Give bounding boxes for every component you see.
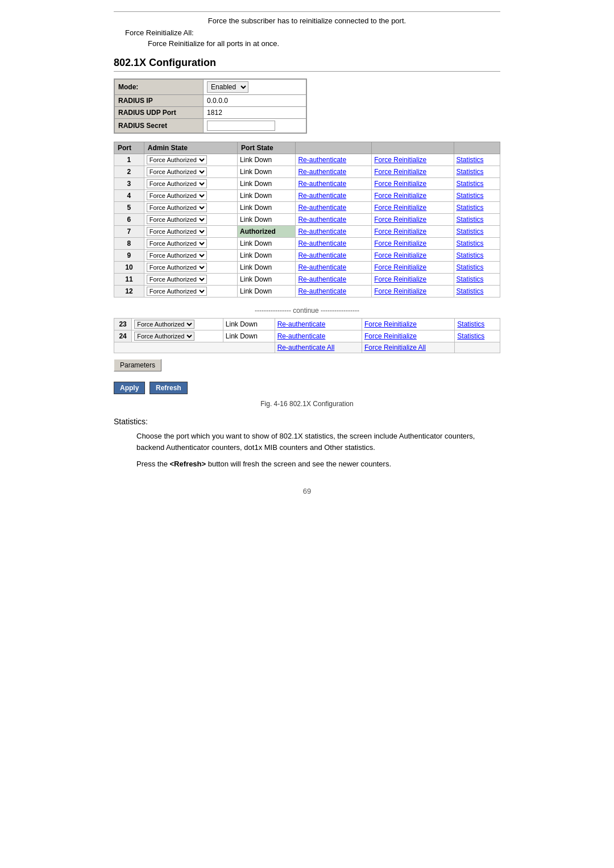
reauthenticate-cell[interactable]: Re-authenticate [275, 330, 362, 342]
force-reinit-cell[interactable]: Force Reinitialize [372, 166, 454, 178]
force-reinit-link[interactable]: Force Reinitialize [374, 228, 426, 235]
admin-state-cell[interactable]: Force Authorized [144, 286, 237, 297]
statistics-cell[interactable]: Statistics [455, 330, 500, 342]
statistics-link[interactable]: Statistics [457, 275, 484, 283]
admin-state-select[interactable]: Force Authorized [147, 155, 207, 164]
force-reinit-link[interactable]: Force Reinitialize [364, 332, 417, 340]
reauthenticate-all-cell[interactable]: Re-authenticate All [275, 342, 362, 353]
reauthenticate-cell[interactable]: Re-authenticate [296, 226, 372, 238]
admin-state-cell[interactable]: Force Authorized [144, 154, 237, 166]
admin-state-select[interactable]: Force Authorized [147, 287, 207, 296]
statistics-link[interactable]: Statistics [457, 251, 484, 259]
mode-select[interactable]: Enabled Disabled [207, 81, 248, 93]
statistics-link[interactable]: Statistics [457, 168, 484, 176]
statistics-link[interactable]: Statistics [457, 156, 484, 164]
statistics-cell[interactable]: Statistics [454, 238, 500, 250]
admin-state-cell[interactable]: Force Authorized [132, 330, 223, 342]
admin-state-cell[interactable]: Force Authorized [144, 262, 237, 274]
force-reinit-all-link[interactable]: Force Reinitialize All [364, 344, 426, 352]
reauthenticate-link[interactable]: Re-authenticate [298, 192, 346, 200]
mode-value[interactable]: Enabled Disabled [204, 80, 306, 95]
statistics-cell[interactable]: Statistics [454, 262, 500, 274]
force-reinit-cell[interactable]: Force Reinitialize [372, 154, 454, 166]
reauthenticate-link[interactable]: Re-authenticate [277, 320, 326, 328]
admin-state-cell[interactable]: Force Authorized [144, 250, 237, 262]
force-reinit-link[interactable]: Force Reinitialize [374, 180, 426, 188]
statistics-link[interactable]: Statistics [457, 180, 484, 188]
reauthenticate-link[interactable]: Re-authenticate [298, 275, 346, 283]
statistics-link[interactable]: Statistics [457, 204, 484, 212]
force-reinit-link[interactable]: Force Reinitialize [374, 275, 426, 283]
force-reinit-all-cell[interactable]: Force Reinitialize All [362, 342, 454, 353]
statistics-link[interactable]: Statistics [457, 239, 484, 247]
statistics-link[interactable]: Statistics [457, 287, 484, 295]
statistics-link[interactable]: Statistics [457, 332, 484, 340]
force-reinit-cell[interactable]: Force Reinitialize [372, 274, 454, 286]
reauthenticate-link[interactable]: Re-authenticate [298, 180, 346, 188]
reauthenticate-link[interactable]: Re-authenticate [298, 216, 346, 224]
admin-state-cell[interactable]: Force Authorized [144, 178, 237, 190]
statistics-link[interactable]: Statistics [457, 192, 484, 200]
reauthenticate-link[interactable]: Re-authenticate [298, 287, 346, 295]
admin-state-select[interactable]: Force Authorized [134, 320, 194, 329]
admin-state-select[interactable]: Force Authorized [147, 191, 207, 200]
force-reinit-cell[interactable]: Force Reinitialize [362, 330, 454, 342]
reauthenticate-cell[interactable]: Re-authenticate [296, 166, 372, 178]
refresh-button[interactable]: Refresh [150, 382, 188, 394]
statistics-link[interactable]: Statistics [457, 320, 484, 328]
force-reinit-link[interactable]: Force Reinitialize [374, 156, 426, 164]
statistics-cell[interactable]: Statistics [455, 319, 500, 330]
reauthenticate-link[interactable]: Re-authenticate [298, 156, 346, 164]
statistics-cell[interactable]: Statistics [454, 166, 500, 178]
reauthenticate-link[interactable]: Re-authenticate [298, 239, 346, 247]
force-reinit-cell[interactable]: Force Reinitialize [372, 214, 454, 226]
force-reinit-link[interactable]: Force Reinitialize [374, 287, 426, 295]
admin-state-select[interactable]: Force Authorized [147, 251, 207, 260]
statistics-cell[interactable]: Statistics [454, 190, 500, 202]
admin-state-cell[interactable]: Force Authorized [144, 238, 237, 250]
reauthenticate-cell[interactable]: Re-authenticate [296, 250, 372, 262]
reauthenticate-cell[interactable]: Re-authenticate [296, 238, 372, 250]
statistics-cell[interactable]: Statistics [454, 178, 500, 190]
admin-state-select[interactable]: Force Authorized [147, 275, 207, 284]
reauthenticate-cell[interactable]: Re-authenticate [296, 286, 372, 297]
parameters-button[interactable]: Parameters [114, 359, 161, 371]
reauthenticate-link[interactable]: Re-authenticate [298, 228, 346, 235]
reauthenticate-cell[interactable]: Re-authenticate [296, 202, 372, 214]
admin-state-select[interactable]: Force Authorized [147, 239, 207, 248]
force-reinit-cell[interactable]: Force Reinitialize [372, 202, 454, 214]
admin-state-cell[interactable]: Force Authorized [144, 202, 237, 214]
admin-state-cell[interactable]: Force Authorized [132, 319, 223, 330]
reauthenticate-link[interactable]: Re-authenticate [298, 204, 346, 212]
force-reinit-link[interactable]: Force Reinitialize [374, 216, 426, 224]
admin-state-select[interactable]: Force Authorized [134, 332, 194, 341]
statistics-link[interactable]: Statistics [457, 263, 484, 271]
force-reinit-link[interactable]: Force Reinitialize [374, 168, 426, 176]
reauthenticate-cell[interactable]: Re-authenticate [296, 214, 372, 226]
admin-state-cell[interactable]: Force Authorized [144, 274, 237, 286]
force-reinit-link[interactable]: Force Reinitialize [374, 263, 426, 271]
force-reinit-link[interactable]: Force Reinitialize [364, 320, 417, 328]
statistics-cell[interactable]: Statistics [454, 286, 500, 297]
reauthenticate-cell[interactable]: Re-authenticate [296, 274, 372, 286]
force-reinit-cell[interactable]: Force Reinitialize [362, 319, 454, 330]
statistics-cell[interactable]: Statistics [454, 250, 500, 262]
admin-state-cell[interactable]: Force Authorized [144, 190, 237, 202]
admin-state-select[interactable]: Force Authorized [147, 263, 207, 272]
force-reinit-cell[interactable]: Force Reinitialize [372, 262, 454, 274]
statistics-link[interactable]: Statistics [457, 216, 484, 224]
radius-secret-value[interactable] [204, 119, 306, 133]
admin-state-select[interactable]: Force Authorized [147, 179, 207, 188]
reauthenticate-all-link[interactable]: Re-authenticate All [277, 344, 335, 352]
admin-state-select[interactable]: Force Authorized [147, 203, 207, 212]
statistics-cell[interactable]: Statistics [454, 274, 500, 286]
force-reinit-cell[interactable]: Force Reinitialize [372, 238, 454, 250]
admin-state-cell[interactable]: Force Authorized [144, 166, 237, 178]
force-reinit-cell[interactable]: Force Reinitialize [372, 226, 454, 238]
statistics-link[interactable]: Statistics [457, 228, 484, 235]
reauthenticate-link[interactable]: Re-authenticate [277, 332, 326, 340]
admin-state-cell[interactable]: Force Authorized [144, 214, 237, 226]
reauthenticate-link[interactable]: Re-authenticate [298, 263, 346, 271]
force-reinit-link[interactable]: Force Reinitialize [374, 251, 426, 259]
admin-state-cell[interactable]: Force Authorized [144, 226, 237, 238]
